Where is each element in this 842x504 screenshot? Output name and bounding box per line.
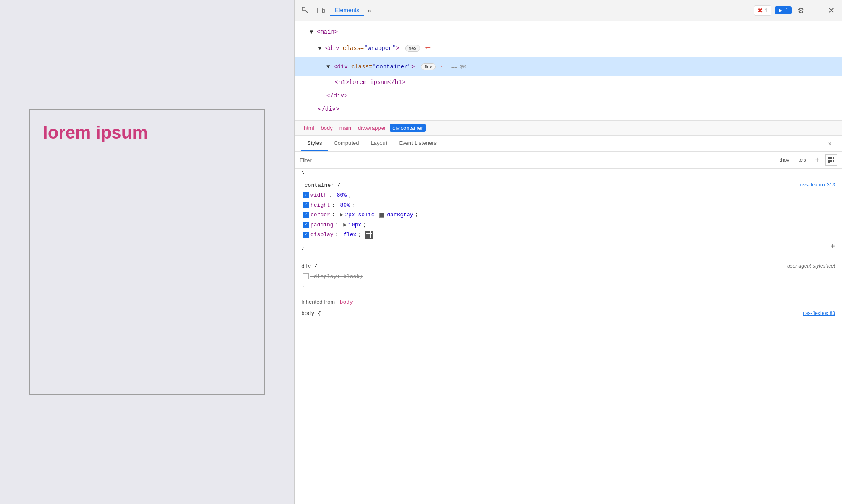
prop-display-ua: display: block; — [301, 272, 835, 281]
elements-tab[interactable]: Elements — [330, 5, 364, 16]
svg-rect-3 — [323, 9, 324, 13]
inspect-element-icon[interactable] — [300, 5, 311, 16]
border-arrow[interactable]: ▶ — [340, 210, 343, 220]
div-close-brace: } — [301, 283, 305, 289]
toolbar-tabs-area: Elements » — [330, 5, 750, 16]
svg-rect-5 — [830, 157, 832, 159]
tab-styles[interactable]: Styles — [301, 136, 328, 151]
body-selector[interactable]: body { — [301, 310, 321, 317]
inherited-label: Inherited from — [301, 299, 337, 305]
error-icon: ✖ — [758, 7, 763, 14]
dom-line-h1[interactable]: <h1>lorem ipsum</h1> — [295, 76, 842, 89]
body-rule-block: body { css-flexbox:83 — [295, 309, 842, 317]
flex-layout-icon[interactable] — [365, 231, 373, 238]
svg-rect-10 — [828, 162, 830, 163]
info-count: 1 — [785, 7, 788, 13]
info-icon: ► — [778, 7, 784, 13]
cls-button[interactable]: .cls — [795, 156, 809, 164]
breadcrumb-divcontainer[interactable]: div.container — [390, 124, 426, 132]
devtools-toolbar: Elements » ✖ 1 ► 1 ⚙ ⋮ ✕ — [295, 0, 842, 21]
info-count-badge[interactable]: ► 1 — [775, 6, 792, 14]
width-checkbox[interactable]: ✓ — [303, 192, 309, 198]
container-flex-badge: flex — [421, 63, 436, 70]
filter-input[interactable] — [300, 157, 774, 163]
height-checkbox[interactable]: ✓ — [303, 202, 309, 208]
display-checkbox[interactable]: ✓ — [303, 232, 309, 238]
prop-width: ✓ width : 80% ; — [301, 190, 835, 200]
prop-display: ✓ display : flex ; — [301, 230, 835, 239]
error-count: 1 — [765, 7, 768, 13]
breadcrumb-main[interactable]: main — [337, 124, 354, 132]
svg-rect-8 — [830, 160, 832, 162]
wrapper-arrow: ← — [425, 43, 430, 52]
useragent-source: user agent stylesheet — [787, 262, 835, 271]
more-options-icon[interactable]: ⋮ — [810, 5, 822, 16]
breadcrumb-bar: html body main div.wrapper div.container — [295, 121, 842, 136]
browser-viewport: lorem ipsum — [0, 0, 294, 504]
devtools-panel: Elements » ✖ 1 ► 1 ⚙ ⋮ ✕ ▼ <main> ▼ <div… — [294, 0, 842, 504]
prop-display-ua-text: display: block; — [310, 272, 363, 281]
inherited-from-section: Inherited from body — [295, 295, 842, 309]
css-rules-panel: } .container { css-flexbox:313 ✓ width :… — [295, 169, 842, 504]
device-toolbar-icon[interactable] — [315, 5, 326, 16]
tab-layout[interactable]: Layout — [365, 136, 393, 151]
add-property-button[interactable]: + — [830, 239, 835, 255]
svg-rect-2 — [317, 8, 322, 13]
filter-bar: :hov .cls + — [295, 152, 842, 169]
border-checkbox[interactable]: ✓ — [303, 212, 309, 218]
container-rule-block: .container { css-flexbox:313 ✓ width : 8… — [295, 177, 842, 258]
container-source[interactable]: css-flexbox:313 — [800, 181, 835, 190]
svg-line-1 — [305, 10, 308, 13]
close-devtools-button[interactable]: ✕ — [825, 5, 837, 16]
svg-rect-9 — [833, 160, 834, 162]
error-count-badge[interactable]: ✖ 1 — [754, 5, 771, 16]
lorem-ipsum-heading: lorem ipsum — [34, 114, 156, 390]
padding-checkbox[interactable]: ✓ — [303, 222, 309, 228]
svg-rect-4 — [828, 157, 830, 159]
tab-computed[interactable]: Computed — [328, 136, 365, 151]
prop-height: ✓ height : 80% ; — [301, 200, 835, 210]
partial-open-brace: } — [301, 171, 305, 177]
display-ua-checkbox[interactable] — [303, 273, 309, 279]
prop-border: ✓ border : ▶ 2px solid darkgray ; — [301, 210, 835, 220]
add-rule-button[interactable]: + — [812, 156, 822, 165]
padding-arrow[interactable]: ▶ — [343, 220, 347, 230]
container-selector[interactable]: .container { — [301, 182, 341, 189]
container-close-brace: } — [301, 242, 305, 252]
div-selector[interactable]: div { — [301, 263, 318, 270]
div-useragent-rule-block: div { user agent stylesheet display: blo… — [295, 258, 842, 295]
layout-icon-button[interactable] — [825, 154, 837, 166]
settings-icon[interactable]: ⚙ — [795, 5, 807, 16]
body-source[interactable]: css-flexbox:83 — [803, 310, 835, 316]
dom-line-container[interactable]: … ▼ <div class="container"> flex ← == $0 — [295, 57, 842, 76]
dom-line-wrapper[interactable]: ▼ <div class="wrapper"> flex ← — [295, 39, 842, 57]
svg-rect-0 — [302, 7, 305, 10]
breadcrumb-divwrapper[interactable]: div.wrapper — [355, 124, 388, 132]
border-color-swatch[interactable] — [379, 213, 384, 218]
svg-rect-6 — [833, 157, 834, 159]
inherited-tag[interactable]: body — [340, 299, 353, 305]
container-arrow: ← — [441, 61, 446, 71]
more-style-tabs-icon[interactable]: » — [825, 138, 835, 149]
dom-line-main[interactable]: ▼ <main> — [295, 25, 842, 39]
container-box: lorem ipsum — [29, 109, 265, 395]
hov-button[interactable]: :hov — [777, 156, 792, 164]
wrapper-flex-badge: flex — [405, 45, 420, 52]
dom-tree: ▼ <main> ▼ <div class="wrapper"> flex ← … — [295, 21, 842, 121]
dom-line-div-close2[interactable]: </div> — [295, 102, 842, 116]
breadcrumb-body[interactable]: body — [318, 124, 335, 132]
svg-rect-7 — [828, 160, 830, 162]
dom-line-div-close1[interactable]: </div> — [295, 89, 842, 102]
prop-padding: ✓ padding : ▶ 10px ; — [301, 220, 835, 230]
styles-tab-bar: Styles Computed Layout Event Listeners » — [295, 136, 842, 152]
breadcrumb-html[interactable]: html — [301, 124, 317, 132]
tab-event-listeners[interactable]: Event Listeners — [393, 136, 442, 151]
more-tabs-button[interactable]: » — [364, 5, 374, 16]
